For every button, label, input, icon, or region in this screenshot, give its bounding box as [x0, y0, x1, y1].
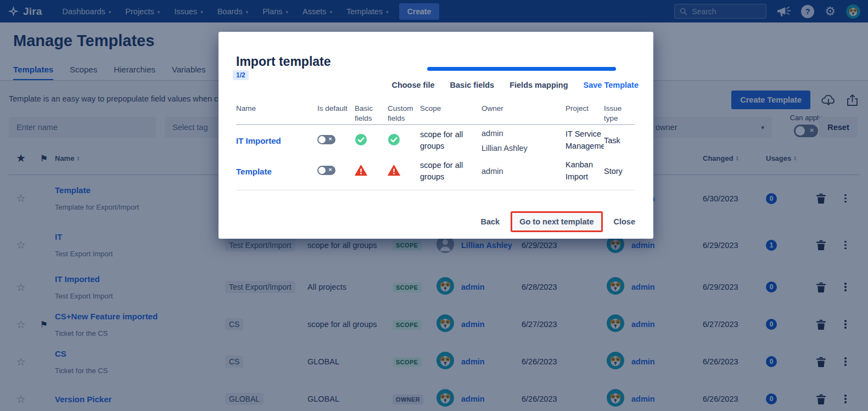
- modal-table-bottom-divider: [236, 190, 635, 190]
- modal-column-header: Issue type: [604, 104, 636, 123]
- owner-name: admin: [481, 129, 565, 138]
- close-button[interactable]: Close: [614, 217, 636, 226]
- import-template-modal: Import template 1/2 Choose fileBasic fie…: [219, 32, 653, 239]
- modal-title: Import template: [236, 54, 331, 69]
- custom-fields-success-icon: [388, 133, 420, 148]
- modal-row-name-link[interactable]: IT Imported: [236, 136, 317, 145]
- modal-column-header: Project: [565, 104, 604, 114]
- error-warning-icon: [388, 165, 400, 176]
- is-default-toggle[interactable]: ✕: [317, 166, 335, 175]
- success-check-icon: [388, 133, 400, 146]
- owner-name: Lillian Ashley: [481, 144, 565, 153]
- modal-footer: Back Go to next template Close: [480, 211, 635, 232]
- modal-row-issue-type: Story: [604, 167, 636, 176]
- modal-page-counter: 1/2: [233, 70, 249, 80]
- modal-row-name-link[interactable]: Template: [236, 167, 317, 176]
- is-default-cell: ✕: [317, 135, 355, 147]
- modal-row-issue-type: Task: [604, 136, 636, 145]
- wizard-step-basic-fields[interactable]: Basic fields: [450, 81, 495, 89]
- modal-table-row: IT Imported✕scope for all groupsadminLil…: [236, 125, 636, 156]
- go-to-next-template-button[interactable]: Go to next template: [511, 211, 602, 232]
- modal-column-header: Name: [236, 104, 317, 114]
- modal-column-header: Owner: [481, 104, 565, 114]
- basic-fields-error-icon: [355, 165, 388, 178]
- modal-row-scope: scope for all groups: [420, 160, 477, 183]
- modal-row-owner: adminLillian Ashley: [481, 129, 565, 153]
- back-button[interactable]: Back: [480, 217, 500, 226]
- error-warning-icon: [355, 165, 367, 176]
- modal-column-header: Scope: [420, 104, 481, 114]
- wizard-step-save-template[interactable]: Save Template: [584, 81, 639, 89]
- modal-table-row: Template✕scope for all groupsadminKanban…: [236, 156, 636, 187]
- wizard-steps: Choose fileBasic fieldsFields mappingSav…: [391, 81, 639, 89]
- custom-fields-error-icon: [388, 165, 420, 178]
- owner-name: admin: [481, 167, 565, 176]
- wizard-step-choose-file[interactable]: Choose file: [391, 81, 434, 89]
- modal-row-owner: admin: [481, 167, 565, 176]
- is-default-cell: ✕: [317, 166, 355, 177]
- modal-row-project: Kanban Import: [565, 159, 604, 183]
- modal-row-scope: scope for all groups: [420, 129, 477, 152]
- basic-fields-success-icon: [355, 133, 388, 148]
- modal-column-header: Basic fields: [355, 104, 388, 123]
- is-default-toggle[interactable]: ✕: [317, 135, 335, 144]
- wizard-step-fields-mapping[interactable]: Fields mapping: [509, 81, 568, 89]
- modal-table-header: NameIs defaultBasic fieldsCustom fieldsS…: [236, 104, 636, 123]
- modal-table-body: IT Imported✕scope for all groupsadminLil…: [236, 125, 636, 187]
- modal-column-header: Is default: [317, 104, 355, 114]
- modal-column-header: Custom fields: [388, 104, 420, 123]
- modal-row-project: IT Service Manageme: [565, 128, 604, 153]
- wizard-progress-bar: [427, 67, 616, 71]
- success-check-icon: [355, 133, 367, 146]
